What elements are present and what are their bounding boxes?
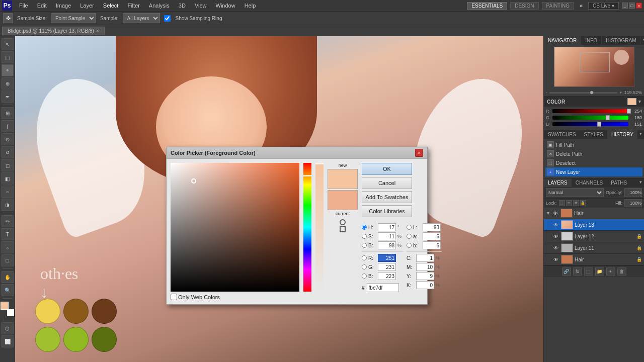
history-item-fill-path[interactable]: ▣ Fill Path bbox=[545, 140, 642, 149]
tab-navigator[interactable]: NAVIGATOR bbox=[544, 36, 581, 45]
b2-field-input[interactable]: 223 bbox=[378, 272, 396, 280]
screen-mode-tool[interactable]: ⬜ bbox=[2, 335, 14, 347]
layer-eye-hair-group[interactable]: 👁 bbox=[552, 210, 559, 217]
b2-radio[interactable] bbox=[362, 274, 367, 279]
l-radio[interactable] bbox=[407, 225, 412, 230]
zoom-out-icon[interactable]: - bbox=[546, 90, 547, 95]
hue-slider[interactable] bbox=[303, 163, 311, 292]
design-button[interactable]: DESIGN bbox=[510, 2, 538, 10]
tab-swatches[interactable]: SWATCHES bbox=[544, 130, 580, 139]
layer-item-hair-group[interactable]: ▼ 👁 Hair bbox=[544, 208, 644, 219]
layer-eye-hair[interactable]: 👁 bbox=[552, 256, 559, 263]
lasso-tool[interactable]: ⌖ bbox=[2, 64, 14, 76]
g-field-input[interactable]: 231 bbox=[378, 263, 396, 271]
gradient-picker[interactable] bbox=[171, 163, 299, 292]
dark-green-swatch[interactable] bbox=[92, 327, 117, 352]
history-item-new-layer[interactable]: + New Layer bbox=[545, 167, 642, 176]
zoom-in-icon[interactable]: + bbox=[619, 90, 622, 95]
layer-item-11[interactable]: 👁 Layer 11 🔒 bbox=[544, 242, 644, 254]
gradient-tool[interactable]: ◧ bbox=[2, 172, 14, 185]
hand-tool[interactable]: ✋ bbox=[2, 271, 14, 283]
color-libraries-button[interactable]: Color Libraries bbox=[362, 205, 412, 217]
new-group-button[interactable]: 📁 bbox=[595, 267, 604, 276]
s-field-input[interactable]: 11 bbox=[378, 232, 396, 240]
tab-channels[interactable]: CHANNELS bbox=[572, 178, 607, 187]
fill-input[interactable]: 100% bbox=[624, 199, 642, 207]
layer-eye-11[interactable]: 👁 bbox=[552, 244, 559, 251]
navigator-options[interactable]: ▾ bbox=[641, 36, 644, 45]
menu-help[interactable]: Help bbox=[240, 2, 260, 10]
shape-tool[interactable]: □ bbox=[2, 254, 14, 266]
document-tab[interactable]: Blidge.psd @ 111% (Layer 13, RGB/8) × bbox=[2, 27, 105, 35]
text-tool[interactable]: T bbox=[2, 228, 14, 240]
eraser-tool[interactable]: ◻ bbox=[2, 159, 14, 171]
b3-field-input[interactable]: 6 bbox=[423, 241, 441, 249]
tab-styles[interactable]: STYLES bbox=[580, 130, 607, 139]
layer-item-13[interactable]: 👁 Layer 13 bbox=[544, 219, 644, 231]
m-field-input[interactable]: 10 bbox=[416, 263, 434, 271]
layer-mask-button[interactable]: ⬚ bbox=[584, 267, 593, 276]
document-tab-close[interactable]: × bbox=[96, 28, 99, 34]
zoom-tool[interactable]: 🔍 bbox=[2, 284, 14, 296]
select-tool[interactable]: ⬚ bbox=[2, 51, 14, 63]
essentials-button[interactable]: ESSENTIALS bbox=[467, 2, 507, 10]
history-item-deselect[interactable]: ⬚ Deselect bbox=[545, 158, 642, 167]
g-radio[interactable] bbox=[362, 264, 367, 269]
layer-item-hair[interactable]: 👁 Hair 🔒 bbox=[544, 254, 644, 265]
c-field-input[interactable]: 1 bbox=[416, 254, 434, 262]
a-radio[interactable] bbox=[407, 234, 412, 239]
a-field-input[interactable]: 6 bbox=[423, 232, 441, 240]
history-brush-tool[interactable]: ↺ bbox=[2, 146, 14, 158]
menu-3d[interactable]: 3D bbox=[175, 2, 190, 10]
menu-layer[interactable]: Layer bbox=[76, 2, 98, 10]
g-slider[interactable] bbox=[552, 116, 628, 120]
menu-analysis[interactable]: Analysis bbox=[145, 2, 174, 10]
menu-window[interactable]: Window bbox=[212, 2, 239, 10]
r-slider[interactable] bbox=[552, 109, 628, 113]
b-radio[interactable] bbox=[362, 243, 367, 248]
lock-all-icon[interactable]: 🔒 bbox=[580, 200, 586, 206]
alpha-slider[interactable] bbox=[315, 163, 324, 292]
minimize-button[interactable]: _ bbox=[622, 3, 628, 9]
foreground-color-swatch[interactable] bbox=[1, 302, 9, 310]
color-swatches[interactable] bbox=[1, 302, 15, 317]
cs-live-button[interactable]: CS Live ▾ bbox=[588, 2, 619, 10]
menu-file[interactable]: File bbox=[15, 2, 32, 10]
painting-button[interactable]: PAINTING bbox=[542, 2, 574, 10]
green-swatch[interactable] bbox=[63, 327, 89, 352]
brown-swatch[interactable] bbox=[63, 299, 89, 324]
only-web-colors-checkbox[interactable] bbox=[171, 294, 177, 300]
quick-mask-tool[interactable]: ⬡ bbox=[2, 322, 14, 334]
link-layers-button[interactable]: 🔗 bbox=[562, 267, 571, 276]
yellow-green-swatch[interactable] bbox=[35, 327, 60, 352]
opacity-input[interactable]: 100% bbox=[624, 188, 642, 197]
lock-paint-icon[interactable]: ✏ bbox=[566, 200, 572, 206]
b-field-input[interactable]: 98 bbox=[378, 241, 396, 249]
yellow-swatch[interactable] bbox=[35, 299, 60, 324]
r-field-input[interactable]: 251 bbox=[378, 254, 396, 262]
tab-history[interactable]: HISTORY bbox=[607, 130, 637, 139]
tab-info[interactable]: INFO bbox=[581, 36, 602, 45]
h-radio[interactable] bbox=[362, 225, 367, 230]
add-to-swatches-button[interactable]: Add To Swatches bbox=[362, 191, 412, 203]
menu-select[interactable]: Select bbox=[99, 2, 123, 10]
zoom-slider[interactable] bbox=[549, 92, 617, 94]
tab-histogram[interactable]: HISTOGRAM bbox=[602, 36, 640, 45]
sample-size-select[interactable]: Point Sample bbox=[51, 13, 96, 23]
l-field-input[interactable]: 93 bbox=[423, 223, 441, 231]
y-field-input[interactable]: 9 bbox=[416, 272, 434, 280]
maximize-button[interactable]: □ bbox=[629, 3, 635, 9]
menu-filter[interactable]: Filter bbox=[123, 2, 143, 10]
layer-eye-12[interactable]: 👁 bbox=[552, 233, 559, 240]
lock-move-icon[interactable]: ✚ bbox=[573, 200, 579, 206]
lock-transparency-icon[interactable]: ⬚ bbox=[559, 200, 565, 206]
blend-mode-select[interactable]: Normal bbox=[546, 188, 604, 197]
arrow-button[interactable]: » bbox=[577, 2, 585, 10]
new-layer-button[interactable]: + bbox=[606, 267, 615, 276]
layers-options[interactable]: ▾ bbox=[637, 178, 644, 187]
h-field-input[interactable]: 17 bbox=[378, 223, 396, 231]
color-fg-indicator[interactable] bbox=[627, 98, 636, 105]
clone-tool[interactable]: ⊙ bbox=[2, 133, 14, 145]
background-color-swatch[interactable] bbox=[7, 309, 15, 317]
path-tool[interactable]: ⬦ bbox=[2, 241, 14, 253]
